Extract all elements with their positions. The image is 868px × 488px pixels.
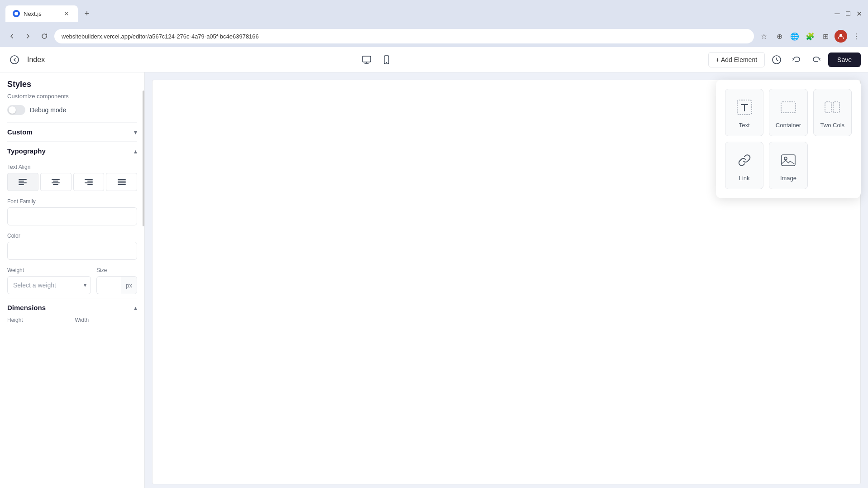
- active-tab[interactable]: Next.js ✕: [5, 5, 78, 22]
- element-container[interactable]: Container: [769, 89, 807, 136]
- typography-content: Text Align: [7, 160, 137, 294]
- new-tab-button[interactable]: +: [81, 7, 93, 20]
- dimensions-section-title: Dimensions: [7, 304, 46, 311]
- styles-title: Styles: [7, 80, 137, 89]
- width-field: Width: [75, 317, 138, 326]
- text-element-label: Text: [739, 122, 750, 129]
- desktop-view-button[interactable]: [358, 52, 375, 68]
- svg-rect-21: [118, 182, 126, 183]
- save-button[interactable]: Save: [828, 53, 861, 67]
- forward-nav-button[interactable]: [22, 30, 34, 43]
- tab-bar: Next.js ✕ +: [5, 5, 830, 22]
- text-align-label: Text Align: [7, 164, 137, 170]
- tab-close-button[interactable]: ✕: [62, 10, 71, 18]
- height-field: Height: [7, 317, 70, 326]
- undo-button[interactable]: [788, 52, 805, 68]
- two-cols-element-label: Two Cols: [820, 122, 844, 129]
- back-nav-button[interactable]: [5, 30, 18, 43]
- element-image[interactable]: Image: [769, 142, 807, 189]
- toggle-knob: [9, 106, 16, 114]
- height-label: Height: [7, 317, 70, 323]
- align-center-button[interactable]: [40, 173, 72, 191]
- maximize-button[interactable]: □: [844, 10, 852, 17]
- tab-favicon: [13, 10, 20, 17]
- container-element-label: Container: [776, 122, 801, 129]
- svg-rect-16: [87, 181, 93, 182]
- sidebar-scrollbar-thumb: [143, 91, 144, 226]
- svg-rect-7: [19, 179, 27, 180]
- sidebar: Styles Customize components Debug mode C…: [0, 72, 145, 488]
- align-justify-button[interactable]: [106, 173, 137, 191]
- debug-mode-toggle[interactable]: [7, 105, 25, 115]
- dimensions-section-header[interactable]: Dimensions ▴: [7, 298, 137, 317]
- size-input-wrapper: px: [96, 276, 137, 294]
- typography-section-title: Typography: [7, 147, 46, 155]
- color-label: Color: [7, 233, 137, 239]
- bookmark-icon[interactable]: ☆: [758, 30, 770, 43]
- close-window-button[interactable]: ✕: [855, 10, 863, 17]
- align-left-button[interactable]: [7, 173, 38, 191]
- app-container: Index + Add Element Save: [0, 47, 868, 488]
- width-label: Width: [75, 317, 138, 323]
- svg-rect-18: [87, 184, 93, 185]
- color-input[interactable]: [7, 242, 137, 260]
- globe-icon[interactable]: 🌐: [788, 30, 801, 43]
- sidebar-scrollbar[interactable]: [143, 72, 144, 488]
- customize-link[interactable]: Customize components: [7, 93, 137, 100]
- svg-rect-26: [833, 102, 839, 113]
- svg-rect-11: [52, 179, 60, 180]
- color-field: Color: [7, 233, 137, 260]
- font-family-input[interactable]: [7, 207, 137, 225]
- element-text[interactable]: Text: [725, 89, 763, 136]
- svg-rect-25: [825, 102, 831, 113]
- address-input[interactable]: [54, 29, 754, 43]
- weight-size-row: Weight Select a weight 100 - Thin 200 - …: [7, 267, 137, 294]
- sidebar-content: Styles Customize components Debug mode C…: [0, 72, 144, 488]
- svg-rect-13: [52, 182, 60, 183]
- custom-section-header[interactable]: Custom ▾: [7, 122, 137, 141]
- extensions-icon[interactable]: ⊞: [819, 30, 832, 43]
- svg-rect-3: [362, 56, 371, 62]
- tab-title: Next.js: [24, 10, 42, 17]
- redo-button[interactable]: [808, 52, 825, 68]
- svg-rect-19: [118, 179, 126, 180]
- avatar[interactable]: [835, 30, 847, 43]
- text-align-group: [7, 173, 137, 191]
- svg-rect-22: [118, 184, 126, 185]
- svg-rect-24: [781, 102, 796, 113]
- size-field: Size px: [96, 267, 137, 294]
- link-element-icon: [734, 149, 755, 171]
- svg-rect-12: [53, 181, 58, 182]
- device-toggle: [358, 52, 395, 68]
- address-bar-row: ☆ ⊕ 🌐 🧩 ⊞ ⋮: [0, 27, 868, 47]
- size-input[interactable]: [96, 276, 121, 294]
- puzzle-icon[interactable]: 🧩: [804, 30, 816, 43]
- element-picker: Text Container: [716, 80, 861, 198]
- app-header: Index + Add Element Save: [0, 47, 868, 72]
- page-back-button[interactable]: [7, 53, 22, 67]
- main-content: Styles Customize components Debug mode C…: [0, 72, 868, 488]
- svg-rect-20: [118, 181, 126, 182]
- preview-button[interactable]: [768, 52, 785, 68]
- size-label: Size: [96, 267, 137, 273]
- add-element-button[interactable]: + Add Element: [708, 52, 765, 67]
- canvas-area[interactable]: Text Container: [145, 72, 868, 488]
- svg-rect-15: [85, 179, 93, 180]
- extension-icon[interactable]: ⊕: [773, 30, 786, 43]
- menu-icon[interactable]: ⋮: [850, 30, 863, 43]
- styles-section: Styles Customize components Debug mode: [7, 80, 137, 115]
- svg-point-0: [14, 12, 18, 15]
- typography-section-header[interactable]: Typography ▴: [7, 141, 137, 160]
- container-element-icon: [777, 96, 799, 118]
- element-link[interactable]: Link: [725, 142, 763, 189]
- minimize-button[interactable]: ─: [834, 10, 841, 17]
- reload-button[interactable]: [38, 30, 51, 43]
- align-right-button[interactable]: [73, 173, 105, 191]
- weight-select[interactable]: Select a weight 100 - Thin 200 - Extra L…: [7, 276, 91, 294]
- element-two-cols[interactable]: Two Cols: [813, 89, 852, 136]
- browser-toolbar: ☆ ⊕ 🌐 🧩 ⊞ ⋮: [758, 30, 863, 43]
- svg-rect-27: [782, 155, 795, 166]
- typography-chevron-icon: ▴: [134, 148, 137, 155]
- svg-rect-17: [85, 182, 93, 183]
- mobile-view-button[interactable]: [378, 52, 395, 68]
